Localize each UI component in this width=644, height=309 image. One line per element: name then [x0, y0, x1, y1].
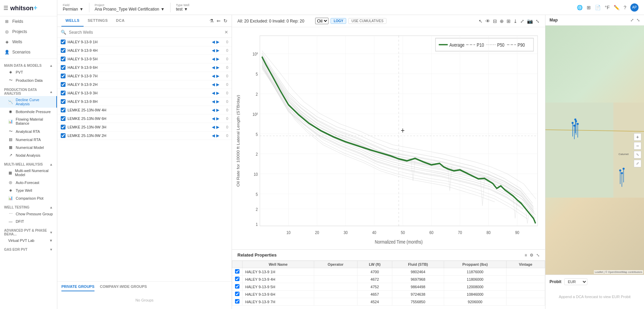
arrow-right-11[interactable]: ▶ [216, 125, 219, 129]
arrow-left-12[interactable]: ◀ [212, 133, 215, 138]
well-checkbox-11[interactable] [61, 125, 65, 129]
sidebar-item-dca[interactable]: 📉 Decline Curve Analysis [0, 96, 57, 108]
zoom-out-button[interactable]: − [634, 142, 641, 150]
project-selector[interactable]: Project Ana Proano_Type Well Certificati… [95, 3, 165, 12]
sidebar-item-virtual-pvt[interactable]: Virtual PVT Lab ▼ [0, 237, 57, 244]
arrow-right-5[interactable]: ▶ [216, 74, 219, 78]
zoom-icon[interactable]: ⤢ [520, 18, 524, 24]
arrow-right-1[interactable]: ▶ [216, 40, 219, 44]
zoom-in-button[interactable]: + [634, 133, 641, 141]
sidebar-item-autoforecast[interactable]: ◎ Auto-Forecast [0, 179, 57, 186]
arrow-left-4[interactable]: ◀ [212, 65, 215, 70]
type-well-selector[interactable]: Type Well test ▼ [176, 3, 189, 12]
expand-props-icon[interactable]: ⤡ [536, 253, 540, 258]
well-checkbox-7[interactable] [61, 91, 65, 95]
probit-selector[interactable]: EUR [564, 278, 587, 285]
table-icon[interactable]: ⊟ [493, 18, 497, 24]
tab-dca[interactable]: DCA [112, 15, 129, 27]
arrow-right-4[interactable]: ▶ [216, 65, 219, 70]
row-checkbox-4[interactable] [235, 292, 239, 296]
sidebar-item-bottomhole[interactable]: ◉ Bottomhole Pressure [0, 108, 57, 115]
arrow-right-3[interactable]: ▶ [216, 57, 219, 61]
chevron-icon-3[interactable]: ▲ [49, 163, 53, 166]
crosshair-icon[interactable]: ⊕ [500, 18, 504, 24]
arrow-right-12[interactable]: ▶ [216, 133, 219, 138]
arrow-left-3[interactable]: ◀ [212, 57, 215, 61]
document-icon[interactable]: 📄 [595, 5, 601, 10]
arrow-left-6[interactable]: ◀ [212, 82, 215, 87]
grid-icon[interactable]: ⊞ [587, 5, 591, 10]
globe-icon[interactable]: 🌐 [577, 5, 583, 10]
well-checkbox-1[interactable] [61, 40, 65, 44]
logy-button[interactable]: LOGY [331, 18, 346, 24]
sidebar-item-comparison[interactable]: 📊 Comparison Plot [0, 194, 57, 202]
arrow-left-5[interactable]: ◀ [212, 74, 215, 78]
arrow-right-7[interactable]: ▶ [216, 91, 219, 95]
hamburger-icon[interactable]: ☰ [3, 5, 8, 11]
download-icon[interactable]: ⤓ [513, 18, 517, 24]
well-checkbox-3[interactable] [61, 57, 65, 61]
tab-private-groups[interactable]: PRIVATE GROUPS [61, 284, 94, 291]
sidebar-item-nodal[interactable]: ↗ Nodal Analysis [0, 151, 57, 159]
help-icon[interactable]: ? [624, 5, 626, 10]
chevron-icon-6[interactable]: ▼ [49, 248, 53, 251]
arrow-left-11[interactable]: ◀ [212, 125, 215, 129]
sidebar-item-projects[interactable]: ◎ Projects [0, 27, 57, 37]
sidebar-item-scenarios[interactable]: 👤 Scenarios [0, 47, 57, 57]
sidebar-item-analytical-rta[interactable]: 〜 Analytical RTA [0, 127, 57, 136]
well-checkbox-2[interactable] [61, 48, 65, 53]
expand-icon[interactable]: ⤡ [536, 18, 540, 24]
cumulatives-button[interactable]: USE CUMULATIVES [348, 18, 386, 24]
tab-settings[interactable]: SETTINGS [84, 15, 112, 27]
fluid-selector[interactable]: Oil [315, 18, 328, 24]
sidebar-item-fields[interactable]: ⊞ Fields [0, 16, 57, 27]
avatar-icon[interactable]: AP [630, 3, 639, 12]
well-checkbox-5[interactable] [61, 74, 65, 78]
map-fullscreen-icon[interactable]: ⤡ [636, 18, 640, 22]
arrow-right-2[interactable]: ▶ [216, 48, 219, 53]
chevron-icon[interactable]: ▲ [49, 64, 53, 67]
temperature-icon[interactable]: °F [605, 5, 610, 10]
list-icon[interactable]: ≡ [525, 253, 527, 258]
well-checkbox-9[interactable] [61, 108, 65, 112]
map-collapse-btn[interactable]: ⤢ [634, 160, 641, 167]
row-checkbox-2[interactable] [235, 277, 239, 281]
edit-icon[interactable]: ✏️ [614, 5, 619, 10]
arrow-right-8[interactable]: ▶ [216, 99, 219, 104]
well-checkbox-4[interactable] [61, 65, 65, 70]
settings-icon[interactable]: ⚙ [530, 253, 533, 258]
row-checkbox-5[interactable] [235, 299, 239, 304]
arrow-right-6[interactable]: ▶ [216, 82, 219, 87]
arrow-left-1[interactable]: ◀ [212, 40, 215, 44]
filter-icon[interactable]: ⚗ [209, 18, 214, 24]
well-checkbox-8[interactable] [61, 99, 65, 104]
compare-icon[interactable]: ⊞ [507, 18, 511, 24]
chevron-icon-5[interactable]: ▼ [49, 231, 53, 234]
arrow-right-9[interactable]: ▶ [216, 108, 219, 112]
camera-icon[interactable]: 📷 [527, 18, 533, 24]
arrow-right-10[interactable]: ▶ [216, 116, 219, 121]
field-selector[interactable]: Field Permian ▼ [63, 3, 84, 12]
tab-wells[interactable]: WELLS [61, 15, 84, 27]
map-fullscreen-btn[interactable]: ⤡ [634, 151, 641, 158]
eye-icon[interactable]: 👁 [485, 18, 490, 24]
cursor-icon[interactable]: ↖ [479, 18, 483, 24]
tab-company-groups[interactable]: COMPANY-WIDE GROUPS [100, 284, 147, 291]
row-checkbox-1[interactable] [235, 269, 239, 274]
well-checkbox-10[interactable] [61, 116, 65, 121]
chevron-icon-2[interactable]: ▲ [49, 90, 53, 94]
refresh-icon[interactable]: ↻ [223, 18, 228, 24]
map-expand-icon[interactable]: ⤢ [630, 18, 634, 22]
chevron-icon-4[interactable]: ▲ [49, 205, 53, 209]
arrow-left-10[interactable]: ◀ [212, 116, 215, 121]
sidebar-item-numerical-model[interactable]: ▦ Numerical Model [0, 143, 57, 151]
sidebar-item-dfit[interactable]: — DFIT [0, 218, 57, 225]
clear-search-icon[interactable]: ✕ [224, 30, 228, 35]
sidebar-item-multiwell-num[interactable]: ▦ Multi-well Numerical Model [0, 167, 57, 179]
sidebar-item-wells[interactable]: ◈ Wells [0, 37, 57, 47]
arrow-left-9[interactable]: ◀ [212, 108, 215, 112]
sidebar-item-production-data[interactable]: 〜 Production Data [0, 76, 57, 84]
well-checkbox-6[interactable] [61, 82, 65, 87]
sidebar-item-type-well[interactable]: ◈ Type Well [0, 186, 57, 194]
arrow-left-7[interactable]: ◀ [212, 91, 215, 95]
